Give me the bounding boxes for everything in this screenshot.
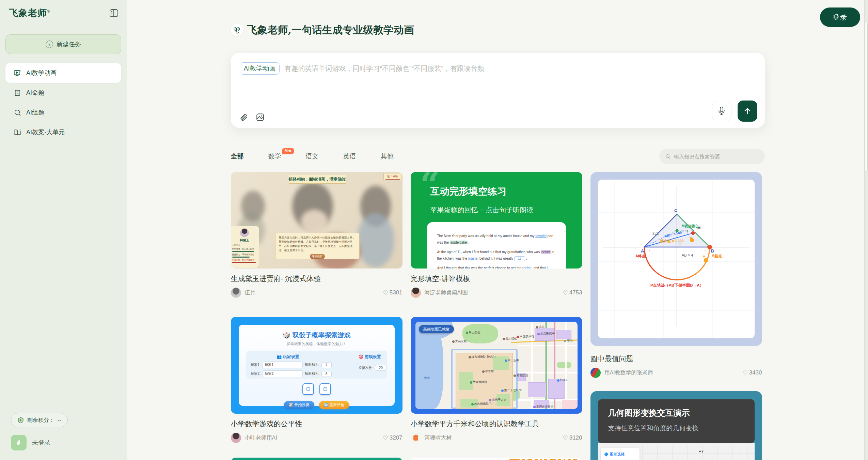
card-cloze[interactable]: “ 互动完形填空练习 苹果蛋糕的回忆 − 点击句子听朗读 The New Yea… <box>411 172 582 298</box>
map-poi-label: 南池子大街 <box>489 398 507 402</box>
author-name: 海淀老师勇闯AI圈 <box>425 289 468 296</box>
new-task-button[interactable]: + 新建任务 <box>5 34 121 54</box>
restart-button[interactable]: 🔄 重新开始 <box>319 401 349 409</box>
label-p-path: P点轨迹（AB下侧半圆B→A） <box>650 283 704 288</box>
card-map-preview[interactable]: 高德地图已就绪 景山公园 大高玄殿 故宫博物院-神武门 珍宝馆 故宫博物院 故宫… <box>411 317 582 414</box>
author-avatar <box>411 433 421 443</box>
card-title: 完形填空-讲评模板 <box>411 274 582 283</box>
sidebar-nav: AI教学动画 AI命题 AI组题 AI教案·大单元 <box>5 63 121 142</box>
exit-experience-button[interactable]: 退出体验 <box>383 173 402 180</box>
mascot-face-icon <box>231 24 243 36</box>
sidebar-item-ai-lesson[interactable]: AI教案·大单元 <box>5 122 121 142</box>
heart-icon: ♡ <box>563 289 568 296</box>
arrow-left: ← <box>648 248 652 252</box>
login-button[interactable]: 登录 <box>820 7 860 27</box>
logo-row: 飞象老师® <box>5 7 121 19</box>
cropped-card-top[interactable] <box>411 458 582 460</box>
tab-all[interactable]: 全部 <box>231 152 244 161</box>
submit-button[interactable] <box>738 101 757 122</box>
label-b-start: B起点 <box>712 254 722 258</box>
cloze-link: master <box>468 257 479 260</box>
rolls-input[interactable]: 20 <box>375 365 386 371</box>
card-geometry-transform[interactable]: 几何图形变换交互演示 支持任意位置和角度的几何变换 ▲y 🔷 图形选择 <box>590 391 762 460</box>
geometry-subheading: 支持任意位置和角度的几何变换 <box>608 424 744 433</box>
card-cloze-preview[interactable]: “ 互动完形填空练习 苹果蛋糕的回忆 − 点击句子听朗读 The New Yea… <box>411 172 582 269</box>
map-poi-label: 故宫博物院 <box>470 380 488 384</box>
image-upload-icon[interactable] <box>256 113 265 122</box>
cloze-highlight: never <box>541 250 551 254</box>
player1-input[interactable]: 玩家1 <box>263 362 303 368</box>
card-dice[interactable]: 🎲 双骰子概率探索游戏 探索概率的奥秘，体验数学的魅力！ 👥 玩家设置 🎯 游戏… <box>231 317 403 443</box>
card-circle-preview[interactable]: ★ ★ C A A终点 B B起点 AB = 4 O 2√2 M轨迹圆心 M <box>590 172 762 346</box>
card-daiyu[interactable]: 祖孙相抱：鬓银泪落，满室涕泣 退出体验 林黛玉 心情状态 悲中带怯 - 担心被人… <box>231 172 403 298</box>
story-text: 黛玉方进入房时，只见两个人搀着一位鬓发如银的老母迎上来，黛玉便知是他外祖母。方欲… <box>279 236 356 253</box>
likes[interactable]: ♡3120 <box>563 434 582 442</box>
likes[interactable]: ♡3430 <box>742 369 762 377</box>
cloze-link: recipe <box>522 266 532 269</box>
map-poi-label: 故宫博物院-午门 <box>471 402 495 406</box>
label-center: M轨迹圆心 <box>682 224 698 228</box>
points-pill[interactable]: 剩余积分： -- <box>11 413 68 427</box>
card-byline: 用AI教数学的张老师 ♡3430 <box>590 368 762 378</box>
tab-chinese[interactable]: 语文 <box>306 152 319 161</box>
map-poi-label: 北京 <box>536 325 545 329</box>
card-daiyu-preview[interactable]: 祖孙相抱：鬓银泪落，满室涕泣 退出体验 林黛玉 心情状态 悲中带怯 - 担心被人… <box>231 172 403 269</box>
card-byline: 河狸啃大树 ♡3120 <box>411 433 582 443</box>
prompt-composer[interactable]: AI教学动画 <box>231 53 765 128</box>
hot-badge: Hot <box>282 148 294 154</box>
cloze-blank[interactable]: 13 <box>514 256 525 262</box>
tab-math[interactable]: 数学Hot <box>268 152 281 161</box>
continue-button[interactable]: 继续前行 <box>310 254 325 259</box>
prompt-input[interactable] <box>284 65 754 73</box>
die-icon <box>302 383 314 395</box>
user-avatar <box>11 435 27 450</box>
scrollbar-thumb[interactable] <box>865 22 868 172</box>
player2-sum-input[interactable]: 8 <box>321 371 332 377</box>
voice-input-button[interactable] <box>712 101 731 121</box>
likes[interactable]: ♡5301 <box>383 289 402 296</box>
player2-input[interactable]: 玩家2 <box>263 370 303 377</box>
mode-tag-chip[interactable]: AI教学动画 <box>240 62 280 75</box>
login-status-label: 未登录 <box>32 439 50 447</box>
tab-english[interactable]: 英语 <box>343 152 356 161</box>
map-ready-badge: 高德地图已就绪 <box>419 325 454 333</box>
likes[interactable]: ♡4753 <box>563 289 582 296</box>
card-dice-preview[interactable]: 🎲 双骰子概率探索游戏 探索概率的奥秘，体验数学的魅力！ 👥 玩家设置 🎯 游戏… <box>231 317 403 414</box>
open-book-icon <box>14 128 21 136</box>
dice-display <box>239 383 395 395</box>
player1-sum-input[interactable]: 7 <box>321 362 332 368</box>
attachment-icon[interactable] <box>240 113 248 122</box>
sidebar-collapse-icon[interactable] <box>109 9 119 18</box>
new-task-label: 新建任务 <box>57 40 81 48</box>
card-map[interactable]: 高德地图已就绪 景山公园 大高玄殿 故宫博物院-神武门 珍宝馆 故宫博物院 故宫… <box>411 317 582 443</box>
shape-select-panel[interactable]: 🔷 图形选择 <box>601 448 640 460</box>
map-park <box>557 362 571 368</box>
painting-shape <box>301 210 328 233</box>
orange-point[interactable] <box>704 258 708 263</box>
monitor-play-icon <box>14 69 21 77</box>
star-icon: ★ <box>689 235 693 240</box>
tab-other[interactable]: 其他 <box>381 152 394 161</box>
label-c: C <box>674 208 678 213</box>
map-poi-label: 王府井步行街 <box>533 405 554 409</box>
geometry-header: 几何图形变换交互演示 支持任意位置和角度的几何变换 <box>598 399 755 443</box>
page-scrollbar[interactable] <box>864 0 868 460</box>
sidebar-item-label: AI组题 <box>26 108 44 117</box>
start-roll-button[interactable]: 🎲 开始投掷 <box>284 401 314 409</box>
user-row[interactable]: 未登录 <box>11 435 121 450</box>
m-point[interactable] <box>691 231 695 235</box>
likes[interactable]: ♡3207 <box>383 434 402 442</box>
cropped-card-top[interactable] <box>231 458 403 460</box>
sidebar-item-ai-paper[interactable]: AI组题 <box>5 103 121 122</box>
search-input[interactable] <box>674 154 759 159</box>
card-title: 小学数学平方千米和公顷的认识教学工具 <box>411 419 582 429</box>
scene-banner: 祖孙相抱：鬓银泪落，满室涕泣 <box>289 175 346 184</box>
card-circle[interactable]: ★ ★ C A A终点 B B起点 AB = 4 O 2√2 M轨迹圆心 M <box>590 172 762 378</box>
search-box[interactable] <box>659 149 765 164</box>
author-name: 小叶老师用AI <box>245 434 277 442</box>
sidebar-item-ai-animation[interactable]: AI教学动画 <box>5 63 121 83</box>
sidebar-item-ai-question[interactable]: AI命题 <box>5 83 121 103</box>
map-pink-zone <box>562 400 578 409</box>
app-logo: 飞象老师® <box>9 7 50 19</box>
map-poi-label: 老舍故居 <box>514 373 528 378</box>
